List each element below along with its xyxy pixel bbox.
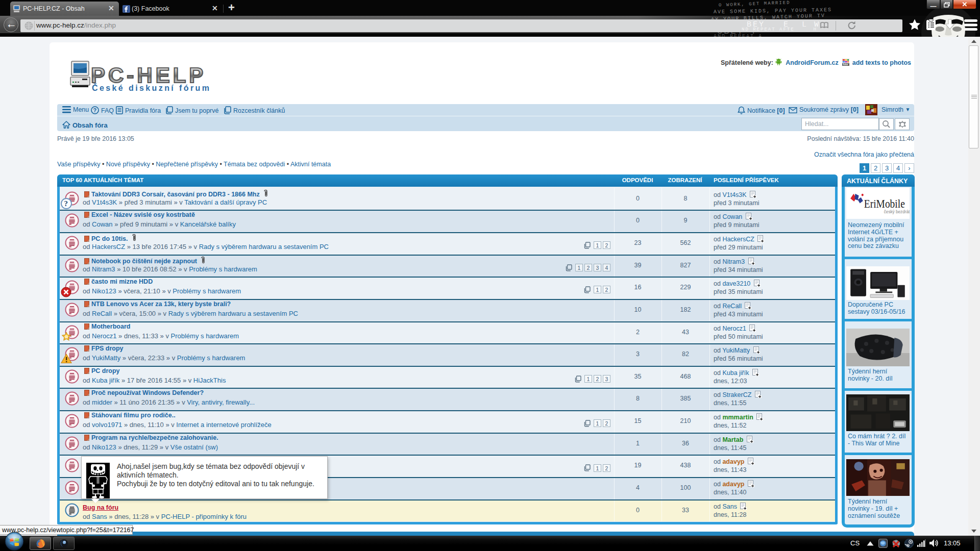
svg-text:EriMobile: EriMobile — [864, 197, 905, 210]
svg-text:?: ? — [64, 199, 68, 208]
svg-text:fotor: fotor — [843, 63, 848, 66]
svg-text:?: ? — [93, 107, 97, 113]
svg-text:český bezdrát: český bezdrát — [884, 209, 910, 215]
